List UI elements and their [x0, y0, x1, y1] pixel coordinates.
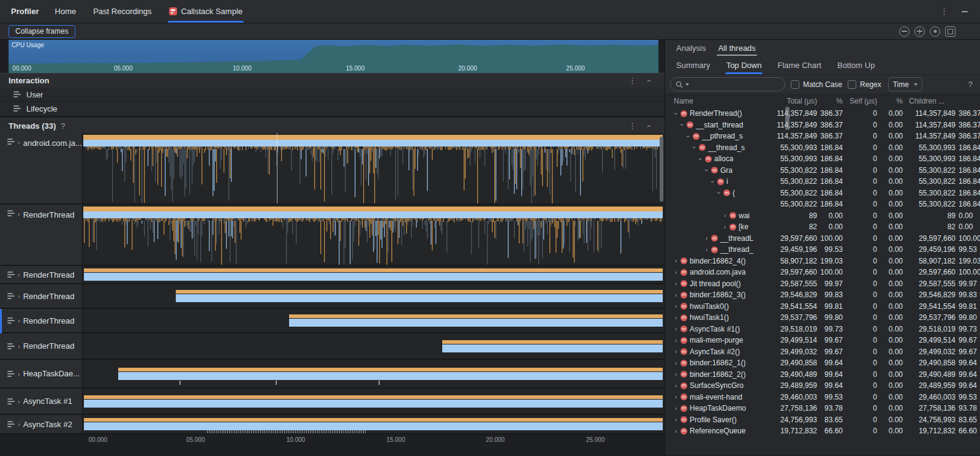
thread-activity-track[interactable] — [83, 333, 665, 359]
table-row[interactable]: ›mSurfaceSyncGro29,489,95999.6400.0029,4… — [665, 380, 980, 392]
tree-chevron[interactable]: › — [673, 110, 679, 117]
tree-chevron[interactable]: › — [673, 360, 679, 367]
table-row[interactable]: ›mmali-mem-purge29,499,51499.6700.0029,4… — [665, 335, 980, 346]
thread-activity-track[interactable] — [83, 415, 665, 433]
table-row[interactable]: ›m__thread_29,459,19699.5300.0029,459,19… — [665, 244, 980, 256]
column-header-children[interactable]: Children ... — [903, 97, 956, 105]
table-row[interactable]: ›mhwuiTask0()29,541,55499.8100.0029,541,… — [665, 301, 980, 313]
flame-activity-chart[interactable] — [83, 133, 665, 203]
table-row[interactable]: ›mbinder:16862_4()58,907,182199.0300.005… — [665, 256, 980, 267]
table-row[interactable]: ›mJit thread pool()29,587,55599.9700.002… — [665, 278, 980, 290]
hide-window-icon[interactable] — [962, 11, 968, 12]
table-row[interactable]: ›malloca55,300,993186.8400.0055,300,9931… — [665, 153, 980, 165]
thread-activity-track[interactable] — [83, 389, 665, 414]
cpu-usage-area[interactable] — [9, 40, 658, 73]
tree-chevron[interactable]: › — [673, 303, 679, 310]
collapse-section-icon[interactable]: › — [644, 80, 653, 82]
table-row[interactable]: ›mProfile Saver()24,756,99383.6500.0024,… — [665, 414, 980, 426]
thread-label-heaptaskdae[interactable]: ›HeapTaskDae... — [0, 360, 83, 387]
kebab-menu-icon[interactable]: ⋮ — [628, 121, 636, 131]
tree-chevron[interactable]: › — [697, 156, 704, 162]
table-row[interactable]: ›55,300,822186.8400.0055,300,822186.84 — [665, 199, 980, 210]
table-row[interactable]: ›mbinder:16862_3()29,546,82999.8300.0029… — [665, 289, 980, 301]
table-row[interactable]: ›mwai890.0000.00890.00 — [665, 210, 980, 222]
tab-home[interactable]: Home — [47, 0, 85, 23]
tree-chevron[interactable]: › — [673, 428, 679, 435]
tab-past-recordings[interactable]: Past Recordings — [85, 0, 160, 23]
thread-expand-chevron[interactable]: › — [18, 398, 20, 405]
thread-label-renderthread[interactable]: ›RenderThread — [0, 284, 83, 308]
collapse-frames-button[interactable]: Collapse frames — [9, 25, 75, 38]
match-case-checkbox[interactable] — [791, 80, 799, 89]
thread-expand-chevron[interactable]: › — [18, 343, 20, 350]
tree-chevron[interactable]: › — [673, 292, 679, 298]
thread-activity-track[interactable] — [83, 266, 665, 283]
view-tab-bottom-up[interactable]: Bottom Up — [831, 56, 881, 74]
table-row[interactable]: ›mAsyncTask #2()29,499,03299.6700.0029,4… — [665, 346, 980, 358]
table-row[interactable]: ›mhwuiTask1()29,537,79699.8000.0029,537,… — [665, 312, 980, 324]
tree-chevron[interactable]: › — [673, 325, 679, 332]
table-row[interactable]: ›mbinder:16862_1()29,490,85899.6400.0029… — [665, 357, 980, 369]
table-row[interactable]: ›mi55,300,822186.8400.0055,300,822186.84 — [665, 176, 980, 188]
tree-chevron[interactable]: › — [722, 224, 728, 230]
table-row[interactable]: ›m__start_thread114,357,849386.3700.0011… — [665, 120, 980, 131]
thread-activity-track[interactable] — [83, 133, 665, 203]
flame-activity-chart[interactable] — [83, 205, 665, 265]
thread-expand-chevron[interactable]: › — [18, 370, 20, 378]
table-row[interactable]: ›mandroid.com.java29,597,660100.0000.002… — [665, 267, 980, 278]
analysis-tab-analysis[interactable]: Analysis — [671, 40, 710, 56]
thread-expand-chevron[interactable]: › — [18, 210, 20, 218]
analysis-tab-all-threads[interactable]: All threads — [713, 40, 760, 56]
column-header-name[interactable]: Name — [670, 97, 769, 105]
thread-label-android-com-ja[interactable]: ›android.com.ja... — [0, 133, 83, 203]
thread-expand-chevron[interactable]: › — [18, 420, 20, 428]
interaction-section-header[interactable]: Interaction ⋮ › — [0, 73, 665, 88]
thread-label-renderthread[interactable]: ›RenderThread — [0, 266, 83, 283]
table-row[interactable]: ›m__thread_s55,300,993186.8400.0055,300,… — [665, 142, 980, 154]
table-row[interactable]: ›mGra55,300,822186.8400.0055,300,822186.… — [665, 165, 980, 177]
tree-chevron[interactable]: › — [673, 314, 679, 321]
tree-chevron[interactable]: › — [709, 178, 716, 185]
table-row[interactable]: ›mbinder:16862_2()29,490,48999.6400.0029… — [665, 369, 980, 381]
threads-section-header[interactable]: Threads (33) ? ⋮ › — [0, 118, 665, 133]
search-box[interactable] — [670, 77, 785, 91]
interaction-row-lifecycle[interactable]: Lifecycle — [0, 102, 665, 116]
column-header-total[interactable]: Total (μs) — [769, 97, 817, 105]
tree-chevron[interactable]: › — [685, 133, 692, 140]
tab-callstack-sample[interactable]: Callstack Sample — [160, 0, 251, 23]
tree-chevron[interactable]: › — [722, 212, 728, 219]
cpu-usage-chart[interactable]: CPU Usage 00.00005.00010.00015.00020.000… — [9, 40, 658, 73]
zoom-out-icon[interactable] — [899, 26, 910, 37]
table-row[interactable]: ›mRenderThread()114,357,849386.3700.0011… — [665, 108, 980, 120]
tree-chevron[interactable]: › — [673, 382, 679, 389]
thread-label-renderthread[interactable]: ›RenderThread — [0, 333, 83, 359]
tree-chevron[interactable]: › — [673, 416, 679, 423]
tree-chevron[interactable]: › — [673, 257, 679, 264]
tree-chevron[interactable]: › — [673, 337, 679, 344]
column-header-total-percent[interactable]: % — [817, 97, 843, 105]
tree-chevron[interactable]: › — [673, 405, 679, 412]
tree-chevron[interactable]: › — [679, 121, 685, 128]
view-tab-flame-chart[interactable]: Flame Chart — [771, 56, 827, 74]
tree-chevron[interactable]: › — [691, 144, 698, 151]
thread-label-asynctask-1[interactable]: ›AsyncTask #1 — [0, 389, 83, 414]
zoom-in-icon[interactable] — [914, 26, 925, 37]
help-icon[interactable]: ? — [61, 121, 65, 131]
collapse-section-icon[interactable]: › — [644, 125, 653, 127]
thread-activity-track[interactable] — [83, 309, 665, 332]
table-row[interactable]: ›m[ke820.0000.00820.00 — [665, 221, 980, 233]
tree-chevron[interactable]: › — [673, 348, 679, 355]
table-row[interactable]: ›mAsyncTask #1()29,518,01999.7300.0029,5… — [665, 324, 980, 335]
search-history-caret-icon[interactable] — [685, 83, 689, 86]
reset-zoom-icon[interactable] — [930, 26, 940, 37]
thread-expand-chevron[interactable]: › — [18, 139, 20, 146]
clock-type-dropdown[interactable]: Time — [888, 77, 922, 91]
table-row[interactable]: ›mHeapTaskDaemo27,758,13693.7800.0027,75… — [665, 403, 980, 414]
thread-label-renderthread[interactable]: ›RenderThread — [0, 205, 83, 265]
tree-chevron[interactable]: › — [703, 167, 710, 173]
tree-chevron[interactable]: › — [715, 189, 722, 196]
table-row[interactable]: ›m(55,300,822186.8400.0055,300,822186.84 — [665, 188, 980, 199]
view-tab-top-down[interactable]: Top Down — [720, 56, 768, 74]
tree-chevron[interactable]: › — [673, 371, 679, 378]
zoom-to-selection-icon[interactable] — [945, 26, 956, 37]
